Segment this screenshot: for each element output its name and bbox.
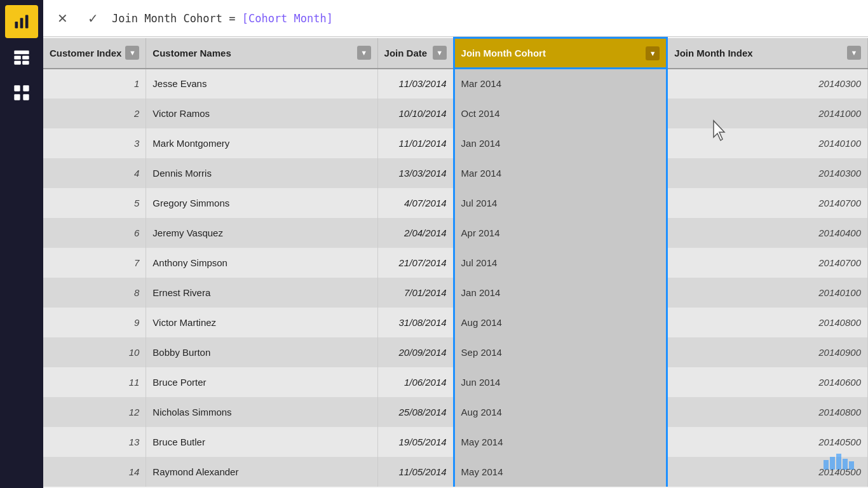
table-row: 3 Mark Montgomery 11/01/2014 Jan 2014 20… [43, 128, 868, 158]
table-row: 6 Jeremy Vasquez 2/04/2014 Apr 2014 2014… [43, 218, 868, 248]
cell-date-10: 1/06/2014 [377, 367, 454, 397]
cell-name-4: Gregory Simmons [146, 188, 377, 218]
sidebar [0, 0, 43, 488]
formula-text: Join Month Cohort = [Cohort Month] [112, 12, 860, 25]
cell-name-12: Bruce Butler [146, 427, 377, 457]
table-row: 11 Bruce Porter 1/06/2014 Jun 2014 20140… [43, 367, 868, 397]
cell-index-4: 5 [43, 188, 146, 218]
cell-index-11: 12 [43, 397, 146, 427]
cell-cohort-0: Mar 2014 [454, 69, 667, 98]
cell-cohort-index-12: 20140500 [667, 427, 868, 457]
col-header-join-date[interactable]: Join Date ▼ [377, 38, 454, 69]
col-header-customer-names[interactable]: Customer Names ▼ [146, 38, 377, 69]
cell-cohort-5: Apr 2014 [454, 218, 667, 248]
cell-date-13: 11/05/2014 [377, 457, 454, 487]
table-row: 12 Nicholas Simmons 25/08/2014 Aug 2014 … [43, 397, 868, 427]
cell-date-6: 21/07/2014 [377, 248, 454, 278]
cell-index-12: 13 [43, 427, 146, 457]
svg-rect-5 [22, 56, 29, 60]
table-sidebar-icon[interactable] [5, 41, 38, 74]
cell-date-4: 4/07/2014 [377, 188, 454, 218]
svg-rect-12 [824, 460, 829, 470]
svg-rect-6 [14, 61, 20, 65]
svg-rect-1 [20, 18, 24, 28]
watermark [824, 454, 855, 475]
customer-index-dropdown[interactable]: ▼ [125, 46, 139, 60]
cell-cohort-index-10: 20140600 [667, 367, 868, 397]
table-row: 1 Jesse Evans 11/03/2014 Mar 2014 201403… [43, 69, 868, 98]
cancel-button[interactable]: ✕ [51, 7, 74, 30]
cell-cohort-index-7: 20140100 [667, 278, 868, 308]
cell-index-10: 11 [43, 367, 146, 397]
formula-plain: Join Month Cohort = [112, 12, 242, 25]
col-header-customer-index[interactable]: Customer Index ▼ [43, 38, 146, 69]
cell-cohort-11: Aug 2014 [454, 397, 667, 427]
cell-cohort-3: Mar 2014 [454, 158, 667, 188]
cell-name-11: Nicholas Simmons [146, 397, 377, 427]
cell-cohort-index-8: 20140800 [667, 308, 868, 337]
table-row: 13 Bruce Butler 19/05/2014 May 2014 2014… [43, 427, 868, 457]
cell-cohort-index-0: 20140300 [667, 69, 868, 98]
model-sidebar-icon[interactable] [5, 76, 38, 109]
bar-chart-sidebar-icon[interactable] [5, 5, 38, 38]
cell-date-11: 25/08/2014 [377, 397, 454, 427]
cell-index-0: 1 [43, 69, 146, 98]
confirm-button[interactable]: ✓ [81, 7, 104, 30]
col-header-join-month-cohort-label: Join Month Cohort [461, 48, 546, 58]
col-header-join-date-label: Join Date [384, 48, 428, 58]
table-row: 8 Ernest Rivera 7/01/2014 Jan 2014 20140… [43, 278, 868, 308]
cell-index-8: 9 [43, 308, 146, 337]
svg-rect-15 [843, 459, 848, 470]
cell-date-9: 20/09/2014 [377, 337, 454, 367]
customer-names-dropdown[interactable]: ▼ [357, 46, 371, 60]
cell-index-9: 10 [43, 337, 146, 367]
cell-cohort-7: Jan 2014 [454, 278, 667, 308]
cell-date-0: 11/03/2014 [377, 69, 454, 98]
cell-name-0: Jesse Evans [146, 69, 377, 98]
join-month-cohort-dropdown[interactable]: ▼ [646, 46, 660, 60]
cell-cohort-13: May 2014 [454, 457, 667, 487]
join-month-index-dropdown[interactable]: ▼ [847, 46, 861, 60]
table-row: 5 Gregory Simmons 4/07/2014 Jul 2014 201… [43, 188, 868, 218]
cell-cohort-index-6: 20140700 [667, 248, 868, 278]
cell-cohort-index-5: 20140400 [667, 218, 868, 248]
table-row: 7 Anthony Simpson 21/07/2014 Jul 2014 20… [43, 248, 868, 278]
data-table-container: Customer Index ▼ Customer Names ▼ Join D… [43, 37, 868, 488]
cell-name-7: Ernest Rivera [146, 278, 377, 308]
cell-date-8: 31/08/2014 [377, 308, 454, 337]
cell-date-2: 11/01/2014 [377, 128, 454, 158]
col-header-join-month-cohort[interactable]: Join Month Cohort ▼ [454, 38, 667, 69]
cell-index-13: 14 [43, 457, 146, 487]
cell-cohort-1: Oct 2014 [454, 98, 667, 128]
cell-date-3: 13/03/2014 [377, 158, 454, 188]
svg-rect-9 [23, 85, 29, 91]
cell-index-1: 2 [43, 98, 146, 128]
table-row: 4 Dennis Morris 13/03/2014 Mar 2014 2014… [43, 158, 868, 188]
cell-date-12: 19/05/2014 [377, 427, 454, 457]
cell-date-7: 7/01/2014 [377, 278, 454, 308]
cell-name-5: Jeremy Vasquez [146, 218, 377, 248]
cell-cohort-6: Jul 2014 [454, 248, 667, 278]
cell-cohort-9: Sep 2014 [454, 337, 667, 367]
cell-cohort-index-1: 20141000 [667, 98, 868, 128]
svg-rect-10 [14, 94, 20, 100]
svg-rect-8 [14, 85, 20, 91]
cell-cohort-index-4: 20140700 [667, 188, 868, 218]
cell-name-9: Bobby Burton [146, 337, 377, 367]
cell-date-1: 10/10/2014 [377, 98, 454, 128]
cell-cohort-index-3: 20140300 [667, 158, 868, 188]
cell-index-3: 4 [43, 158, 146, 188]
col-header-join-month-index[interactable]: Join Month Index ▼ [667, 38, 868, 69]
cell-index-6: 7 [43, 248, 146, 278]
main-area: ✕ ✓ Join Month Cohort = [Cohort Month] C… [43, 0, 868, 488]
formula-bar: ✕ ✓ Join Month Cohort = [Cohort Month] [43, 0, 868, 37]
table-row: 2 Victor Ramos 10/10/2014 Oct 2014 20141… [43, 98, 868, 128]
cell-cohort-10: Jun 2014 [454, 367, 667, 397]
cell-date-5: 2/04/2014 [377, 218, 454, 248]
cell-name-2: Mark Montgomery [146, 128, 377, 158]
svg-rect-11 [23, 94, 29, 100]
formula-colored: [Cohort Month] [242, 12, 333, 25]
join-date-dropdown[interactable]: ▼ [433, 46, 447, 60]
svg-rect-7 [22, 61, 29, 65]
cell-cohort-index-11: 20140800 [667, 397, 868, 427]
